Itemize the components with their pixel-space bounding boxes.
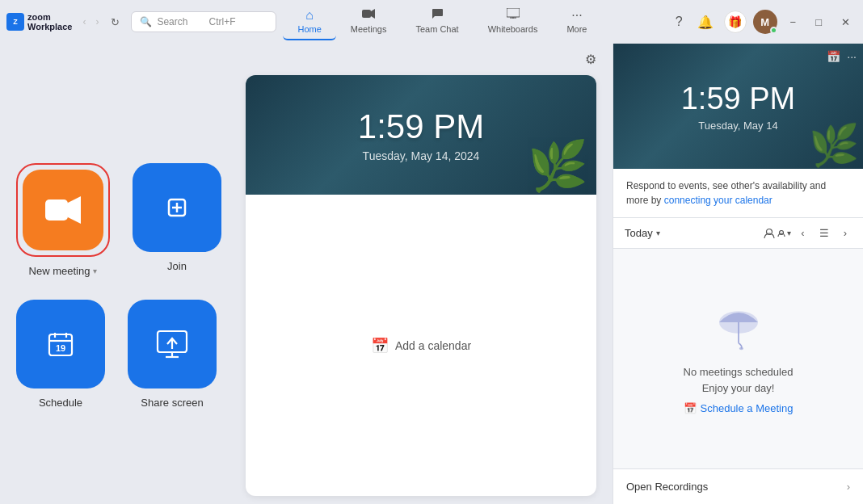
plant-decoration: 🌿 (528, 137, 588, 195)
tab-meetings-label: Meetings (351, 24, 387, 34)
back-button[interactable]: ‹ (78, 13, 90, 31)
team-chat-icon (431, 8, 444, 23)
help-button[interactable]: ? (671, 10, 687, 33)
schedule-meeting-link[interactable]: 📅 Schedule a Meeting (684, 402, 794, 414)
calendar-connect-section: Respond to events, see other's availabil… (613, 169, 863, 218)
right-date: Tuesday, May 14 (698, 120, 777, 132)
connect-calendar-link[interactable]: connecting your calendar (664, 195, 772, 206)
app-logo: Z zoom Workplace (6, 12, 72, 32)
calendar-nav: Today ▾ ▾ ‹ ☰ › (613, 218, 863, 249)
avatar[interactable]: M (753, 10, 777, 34)
tab-meetings[interactable]: Meetings (336, 3, 402, 40)
home-icon: ⌂ (305, 8, 314, 23)
today-chevron: ▾ (656, 229, 660, 237)
open-recordings-label: Open Recordings (626, 481, 708, 493)
refresh-button[interactable]: ↻ (106, 13, 124, 32)
calendar-header: 1:59 PM Tuesday, May 14, 2024 🌿 (246, 75, 596, 195)
nav-tabs: ⌂ Home Meetings Team Chat Whiteboards ··… (283, 3, 671, 40)
action-row-bottom: 19 Schedule (16, 300, 221, 409)
schedule-meeting-label: Schedule a Meeting (701, 402, 794, 414)
calendar-date: Tuesday, May 14, 2024 (358, 149, 484, 162)
new-meeting-label: New meeting ▾ (29, 265, 98, 277)
minimize-button[interactable]: − (784, 13, 803, 32)
zoom-logo-icon: Z (6, 13, 24, 31)
tab-home[interactable]: ⌂ Home (283, 3, 335, 40)
tab-more[interactable]: ··· More (552, 3, 601, 40)
join-button[interactable] (133, 163, 221, 252)
calendar-body: 📅 Add a calendar (246, 195, 596, 496)
search-shortcut: Ctrl+F (208, 16, 235, 27)
cal-next-button[interactable]: › (839, 225, 852, 242)
meetings-icon (362, 8, 375, 23)
whiteboards-icon (507, 8, 520, 23)
app-name: zoom Workplace (27, 12, 72, 32)
tab-more-label: More (566, 24, 587, 34)
right-controls: ? 🔔 🎁 M − □ ✕ (671, 10, 857, 34)
tab-team-chat-label: Team Chat (415, 24, 458, 34)
svg-rect-5 (45, 200, 68, 220)
cal-prev-button[interactable]: ‹ (796, 225, 809, 242)
search-bar[interactable]: 🔍 Search Ctrl+F (131, 11, 276, 32)
maximize-button[interactable]: □ (809, 13, 828, 32)
right-calendar-icon[interactable]: 📅 (827, 50, 840, 63)
cal-grid-button[interactable]: ☰ (815, 225, 834, 242)
person-filter-chevron: ▾ (787, 229, 791, 237)
schedule-item: 19 Schedule (16, 300, 105, 409)
forward-button[interactable]: › (91, 13, 103, 31)
right-panel-header: 📅 ··· 1:59 PM Tuesday, May 14 🌿 (613, 44, 863, 169)
no-meetings-text: No meetings scheduled Enjoy your day! (684, 364, 794, 396)
search-icon: 🔍 (140, 16, 152, 27)
today-label: Today (625, 227, 653, 239)
svg-marker-6 (68, 196, 81, 224)
svg-rect-2 (507, 8, 520, 17)
tab-home-label: Home (297, 24, 321, 34)
person-filter-button[interactable]: ▾ (763, 228, 791, 239)
calendar-time: 1:59 PM (358, 107, 484, 146)
right-header-icons: 📅 ··· (827, 50, 857, 63)
calendar-widget: 1:59 PM Tuesday, May 14, 2024 🌿 📅 Add a … (246, 75, 596, 496)
right-plant-decoration: 🌿 (809, 122, 859, 169)
new-meeting-chevron: ▾ (93, 267, 97, 275)
right-time: 1:59 PM (681, 82, 796, 116)
avatar-status-dot (770, 27, 777, 34)
calendar-header-text: 1:59 PM Tuesday, May 14, 2024 (358, 107, 484, 162)
notifications-button[interactable]: 🔔 (693, 10, 718, 34)
svg-marker-1 (371, 9, 375, 19)
share-screen-label: Share screen (141, 397, 203, 409)
svg-point-23 (739, 347, 743, 350)
new-meeting-item: New meeting ▾ (16, 163, 110, 277)
right-panel: 📅 ··· 1:59 PM Tuesday, May 14 🌿 Respond … (613, 44, 863, 504)
content-area: New meeting ▾ (0, 75, 613, 496)
gear-row: ⚙ (0, 52, 613, 67)
close-button[interactable]: ✕ (835, 13, 857, 32)
nav-arrows: ‹ › (78, 13, 103, 31)
gift-button[interactable]: 🎁 (724, 11, 746, 32)
join-item: Join (133, 163, 221, 277)
main-content: ⚙ (0, 44, 863, 504)
schedule-label: Schedule (39, 397, 82, 409)
new-meeting-button[interactable] (23, 170, 103, 250)
action-row-top: New meeting ▾ (16, 163, 221, 277)
schedule-button[interactable]: 19 (16, 300, 105, 388)
search-placeholder: Search (157, 16, 187, 27)
svg-rect-0 (362, 10, 371, 18)
tab-team-chat[interactable]: Team Chat (401, 3, 473, 40)
empty-calendar-state: No meetings scheduled Enjoy your day! 📅 … (613, 249, 863, 468)
today-button[interactable]: Today ▾ (625, 227, 660, 239)
join-label: Join (167, 260, 187, 272)
add-calendar-label: Add a calendar (395, 339, 471, 352)
umbrella-illustration (710, 303, 767, 351)
schedule-meeting-icon: 📅 (684, 402, 697, 414)
settings-button[interactable]: ⚙ (585, 52, 596, 67)
right-more-icon[interactable]: ··· (847, 50, 857, 63)
share-screen-button[interactable] (128, 300, 217, 388)
tab-whiteboards[interactable]: Whiteboards (474, 3, 553, 40)
open-recordings-section[interactable]: Open Recordings › (613, 468, 863, 504)
more-icon: ··· (571, 8, 582, 23)
add-calendar-button[interactable]: 📅 Add a calendar (371, 337, 471, 355)
action-buttons: New meeting ▾ (16, 75, 221, 496)
svg-text:19: 19 (56, 343, 65, 353)
titlebar: Z zoom Workplace ‹ › ↻ 🔍 Search Ctrl+F ⌂… (0, 0, 863, 44)
new-meeting-highlight (16, 163, 110, 257)
gift-icon-wrap: 🎁 (724, 10, 747, 33)
